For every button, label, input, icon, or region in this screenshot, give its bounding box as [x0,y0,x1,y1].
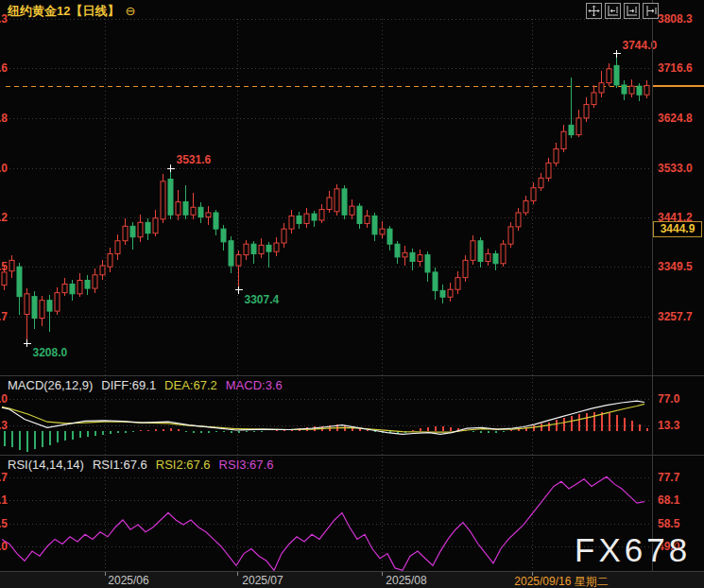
rsi1-value: RSI1:67.6 [93,458,147,472]
rsi2-value: RSI2:67.6 [156,458,211,472]
x-axis-tick [382,572,383,576]
y-axis-label: 3624.8 [658,112,693,125]
y-axis-label-left: 3441.2 [0,211,8,224]
y-axis-label: 3257.7 [658,310,693,323]
title-bar: 纽约黄金12【日线】⊖ [8,3,135,20]
y-axis-label: 58.5 [658,517,679,530]
rsi3-value: RSI3:67.6 [219,458,274,472]
x-axis-label: 2025/06 [108,574,148,587]
macd-dea-value: DEA:67.2 [164,378,217,392]
high-price-annotation: 3744.0 [623,39,658,52]
y-axis-label-left: 77.0 [0,392,8,406]
y-axis-label-left: 3624.8 [0,112,8,125]
macd-label: MACD(26,12,9) [8,378,93,392]
watermark: FX678 [575,531,691,569]
macd-header: MACD(26,12,9)DIFF:69.1DEA:67.2MACD:3.6 [8,378,291,392]
crosshair-move-icon[interactable] [586,3,602,19]
y-axis-label: 13.3 [658,419,679,432]
x-axis-tick [237,572,238,576]
y-axis-label-left: 3533.0 [0,162,8,175]
x-axis-bar: 2025/062025/072025/082025/09/16 星期二 [0,571,704,588]
compress-left-icon[interactable] [605,3,621,19]
chart-title: 纽约黄金12【日线】 [8,4,119,18]
rsi-label: RSI(14,14,14) [8,458,84,472]
y-axis-label-left: 3349.5 [0,260,8,273]
y-axis-label: 77.0 [658,392,679,406]
x-axis-label: 2025/08 [386,574,426,587]
current-price-box: 3444.9 [653,221,702,237]
low-price-annotation: 3307.4 [245,293,280,306]
y-axis-label-left: 3716.6 [0,61,8,75]
trading-app-window: 3744.03531.63307.43208.0 纽约黄金12【日线】⊖ 380… [0,0,704,588]
y-axis-label-left: 77.7 [0,471,8,484]
macd-diff-value: DIFF:69.1 [101,378,156,392]
macd-value: MACD:3.6 [226,378,283,392]
shift-right-icon[interactable] [643,3,659,19]
current-price-value: 3444.9 [661,222,695,235]
y-axis-label-left: 3257.7 [0,310,8,323]
high-price-annotation: 3531.6 [177,153,212,166]
y-axis-label: 3808.3 [658,12,693,26]
rsi-header: RSI(14,14,14)RSI1:67.6RSI2:67.6RSI3:67.6 [8,458,282,472]
compress-right-icon[interactable] [624,3,640,19]
y-axis-label-left: 3808.3 [0,12,8,26]
y-axis-label-left: 13.3 [0,419,8,432]
chart-canvas[interactable]: 3744.03531.63307.43208.0 [0,0,704,588]
low-price-annotation: 3208.0 [33,346,68,359]
x-axis-label: 2025/07 [242,574,283,587]
y-axis-label: 3716.6 [658,61,693,75]
y-axis-label: 3349.5 [658,260,693,273]
y-axis-label-left: 49.0 [0,540,8,553]
y-axis-label-left: 68.1 [0,493,8,507]
x-axis-tick [105,572,106,576]
chart-toolbar [586,3,659,19]
current-date-label: 2025/09/16 星期二 [514,574,608,588]
y-axis-label: 77.7 [658,471,679,484]
collapse-icon[interactable]: ⊖ [125,4,135,18]
y-axis-label-left: 58.5 [0,517,8,530]
y-axis-label: 68.1 [658,493,679,507]
y-axis-label: 3533.0 [658,162,693,175]
